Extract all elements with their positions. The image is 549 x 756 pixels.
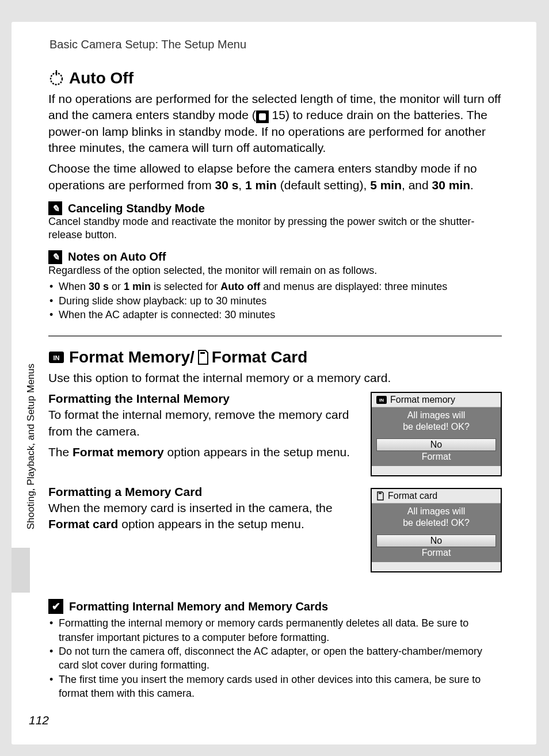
heading-format: IN Format Memory/ Format Card [48, 348, 502, 366]
text: 1 min [124, 281, 151, 292]
text: (default setting), [277, 178, 370, 192]
power-timer-icon [48, 70, 64, 86]
option-1min: 1 min [245, 178, 277, 192]
lcd-format-card: Format card All images will be deleted! … [371, 488, 502, 572]
lcd-message: All images will be deleted! OK? [372, 503, 501, 534]
lcd-column: IN Format memory All images will be dele… [371, 392, 502, 584]
page-number: 112 [29, 713, 49, 727]
sub-heading-memory-card: Formatting a Memory Card [48, 485, 359, 499]
warning-list: Formatting the internal memory or memory… [48, 616, 502, 700]
lcd-message: All images will be deleted! OK? [372, 407, 501, 438]
note-cancel-standby-body: Cancel standby mode and reactivate the m… [48, 215, 502, 242]
text: 30 s [89, 281, 109, 292]
svg-rect-9 [379, 493, 382, 494]
memory-card-icon [197, 350, 209, 365]
format-card-p: When the memory card is inserted in the … [48, 500, 359, 533]
text: . [470, 178, 474, 192]
heading-format-text-a: Format Memory/ [69, 348, 195, 366]
text: All images will [375, 410, 497, 421]
memory-card-icon [376, 491, 384, 501]
lcd-option-format[interactable]: Format [372, 451, 501, 463]
list-item: The first time you insert the memory car… [48, 673, 502, 701]
sub-heading-internal-memory: Formatting the Internal Memory [48, 392, 359, 406]
text: When the memory card is inserted in the … [48, 501, 333, 514]
text: option appears in the setup menu. [118, 517, 304, 530]
list-item: When the AC adapter is connected: 30 min… [48, 308, 502, 322]
svg-text:IN: IN [54, 354, 60, 361]
text: be deleted! OK? [375, 517, 497, 529]
section-divider [48, 335, 502, 337]
lcd-title-text: Format card [388, 491, 437, 501]
svg-rect-2 [259, 113, 266, 120]
text: , and [402, 178, 432, 192]
text: Format card [48, 517, 118, 530]
format-mem-p2: The Format memory option appears in the … [48, 444, 359, 460]
text: When [59, 281, 89, 292]
manual-page: Basic Camera Setup: The Setup Menu Shoot… [12, 22, 536, 744]
lcd-option-no[interactable]: No [376, 438, 496, 451]
lcd-options: No Format [372, 534, 501, 562]
note-auto-off-title: ✎ Notes on Auto Off [48, 250, 502, 264]
page-ref-icon [256, 110, 269, 123]
text: be deleted! OK? [375, 421, 497, 433]
note-auto-off-intro: Regardless of the option selected, the m… [48, 264, 502, 277]
auto-off-paragraph-1: If no operations are performed for the s… [48, 91, 502, 156]
text: and menus are displayed: three minutes [260, 281, 447, 292]
lcd-footer [372, 562, 501, 571]
list-item: Formatting the internal memory or memory… [48, 616, 502, 644]
text: Notes on Auto Off [68, 250, 166, 264]
lcd-option-no[interactable]: No [376, 534, 496, 547]
pencil-note-icon: ✎ [48, 250, 62, 264]
svg-text:IN: IN [379, 398, 384, 403]
lcd-option-format[interactable]: Format [372, 547, 501, 559]
text: Auto off [220, 281, 260, 292]
text: option appears in the setup menu. [164, 445, 350, 459]
text: The [48, 445, 73, 459]
side-tab-label: Shooting, Playback, and Setup Menus [25, 364, 37, 529]
lcd-format-memory: IN Format memory All images will be dele… [371, 392, 502, 476]
text: Formatting Internal Memory and Memory Ca… [69, 600, 328, 613]
heading-auto-off-text: Auto Off [69, 69, 134, 87]
page-ref-number: 15 [272, 108, 285, 121]
heading-format-text-b: Format Card [212, 348, 307, 366]
option-5min: 5 min [370, 178, 402, 192]
warning-title: ✔ Formatting Internal Memory and Memory … [48, 599, 502, 614]
auto-off-notes-list: When 30 s or 1 min is selected for Auto … [48, 280, 502, 322]
format-intro: Use this option to format the internal m… [48, 370, 502, 386]
option-30s: 30 s [215, 178, 238, 192]
lcd-footer [372, 466, 501, 475]
pencil-note-icon: ✎ [48, 201, 62, 215]
heading-auto-off: Auto Off [48, 69, 502, 87]
note-cancel-standby-title: ✎ Canceling Standby Mode [48, 201, 502, 215]
auto-off-paragraph-2: Choose the time allowed to elapse before… [48, 161, 502, 193]
running-header: Basic Camera Setup: The Setup Menu [49, 38, 246, 51]
lcd-title-row: IN Format memory [372, 393, 501, 407]
side-tab-marker [12, 548, 30, 593]
text: Format memory [73, 445, 164, 459]
text: is selected for [151, 281, 220, 292]
text: Canceling Standby Mode [68, 202, 205, 215]
option-30min: 30 min [432, 178, 471, 192]
internal-memory-icon: IN [376, 396, 387, 404]
text: or [109, 281, 124, 292]
lcd-title-text: Format memory [390, 395, 455, 405]
internal-memory-icon: IN [48, 351, 64, 364]
list-item: When 30 s or 1 min is selected for Auto … [48, 280, 502, 293]
format-mem-p1: To format the internal memory, remove th… [48, 407, 359, 440]
lcd-title-row: Format card [372, 489, 501, 503]
svg-rect-6 [200, 352, 205, 354]
list-item: Do not turn the camera off, disconnect t… [48, 644, 502, 673]
list-item: During slide show playback: up to 30 min… [48, 294, 502, 308]
check-warning-icon: ✔ [48, 599, 63, 614]
text: All images will [375, 506, 497, 517]
lcd-options: No Format [372, 438, 501, 466]
